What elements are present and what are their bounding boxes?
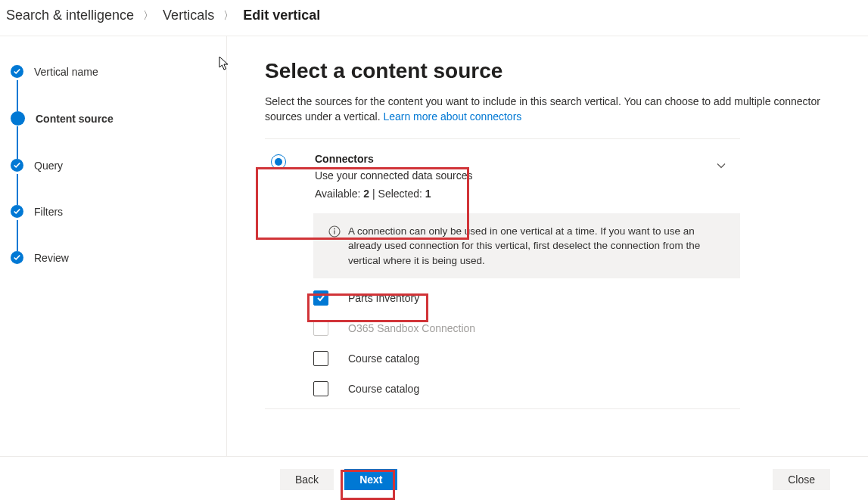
step-content-source[interactable]: Content source: [8, 111, 208, 126]
radio-selected-icon[interactable]: [271, 154, 286, 169]
check-icon: [11, 159, 23, 172]
checkbox-unchecked-icon[interactable]: [313, 381, 328, 396]
chevron-down-icon[interactable]: [716, 160, 726, 174]
step-review[interactable]: Review: [8, 251, 208, 264]
page-title: Select a content source: [265, 59, 830, 83]
connection-course-catalog[interactable]: Course catalog: [313, 343, 740, 374]
check-icon: [11, 205, 23, 218]
step-filters[interactable]: Filters: [8, 205, 208, 218]
step-query[interactable]: Query: [8, 159, 208, 172]
info-banner: A connection can only be used in one ver…: [313, 213, 740, 279]
connection-parts-inventory[interactable]: Parts Inventory: [313, 283, 740, 313]
breadcrumb-mid[interactable]: Verticals: [163, 8, 214, 23]
svg-point-1: [334, 228, 335, 229]
cursor-icon: [219, 56, 231, 71]
info-text: A connection can only be used in one ver…: [348, 224, 725, 269]
step-label: Filters: [34, 206, 63, 218]
chevron-right-icon: 〉: [223, 9, 234, 23]
close-button[interactable]: Close: [773, 469, 830, 490]
svg-rect-2: [334, 230, 334, 234]
step-label: Review: [34, 252, 69, 264]
check-icon: [11, 65, 23, 78]
connection-course-catalog-2[interactable]: Course catalog: [313, 374, 740, 404]
checkbox-checked-icon[interactable]: [313, 290, 328, 306]
connections-list: Parts Inventory O365 Sandbox Connection …: [265, 278, 740, 408]
wizard-steps: Vertical name Content source Query Filte: [0, 36, 227, 456]
connection-label: Parts Inventory: [348, 292, 419, 304]
connectors-option[interactable]: Connectors Use your connected data sourc…: [265, 139, 740, 213]
connection-label: Course catalog: [348, 352, 419, 365]
connection-label: Course catalog: [348, 383, 419, 395]
breadcrumb-root[interactable]: Search & intelligence: [6, 8, 134, 23]
step-label: Vertical name: [34, 66, 98, 78]
step-vertical-name[interactable]: Vertical name: [8, 65, 208, 78]
option-stats: Available: 2 | Selected: 1: [315, 188, 473, 200]
breadcrumb: Search & intelligence 〉 Verticals 〉 Edit…: [0, 0, 868, 36]
option-title: Connectors: [315, 153, 473, 165]
connection-o365-sandbox: O365 Sandbox Connection: [313, 313, 740, 343]
step-label: Content source: [36, 113, 114, 125]
step-label: Query: [34, 160, 63, 172]
page-subtitle: Select the sources for the content you w…: [265, 94, 830, 125]
connection-label: O365 Sandbox Connection: [348, 322, 475, 334]
chevron-right-icon: 〉: [143, 9, 154, 23]
content-source-card: Connectors Use your connected data sourc…: [265, 138, 740, 410]
breadcrumb-current: Edit vertical: [243, 8, 320, 23]
current-step-icon: [11, 111, 25, 126]
checkbox-unchecked-icon: [313, 321, 328, 336]
check-icon: [11, 251, 23, 264]
next-button[interactable]: Next: [344, 469, 397, 490]
footer: Back Next Close: [0, 456, 868, 501]
learn-more-link[interactable]: Learn more about connectors: [383, 110, 521, 123]
checkbox-unchecked-icon[interactable]: [313, 351, 328, 366]
back-button[interactable]: Back: [280, 469, 334, 490]
info-icon: [328, 225, 341, 269]
option-subtitle: Use your connected data sources: [315, 169, 473, 182]
